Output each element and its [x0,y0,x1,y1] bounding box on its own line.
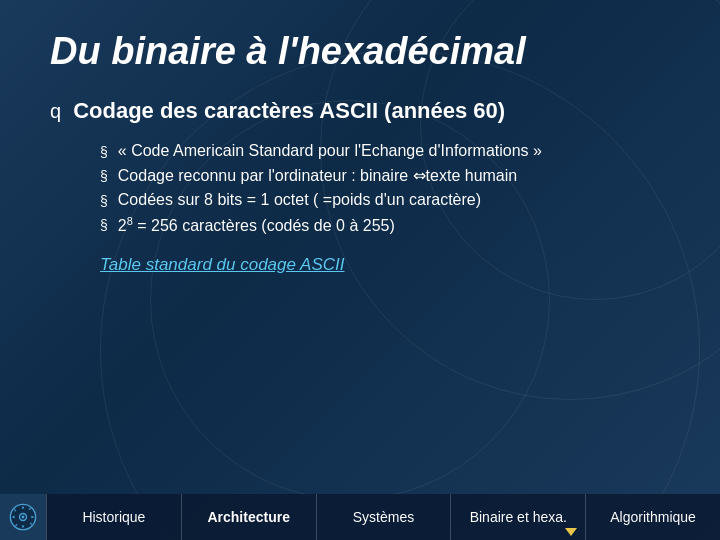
nav-item-algorithmique[interactable]: Algorithmique [585,494,720,540]
ascii-table-link[interactable]: Table standard du codage ASCII [100,255,670,275]
list-item: Codées sur 8 bits = 1 octet ( =poids d'u… [100,191,670,209]
list-item-text: « Code Americain Standard pour l'Echange… [118,142,542,160]
nav-item-systemes[interactable]: Systèmes [316,494,451,540]
nav-item-historique[interactable]: Historique [46,494,181,540]
slide-title: Du binaire à l'hexadécimal [50,30,670,73]
list-item: 28 = 256 caractères (codés de 0 à 255) [100,215,670,235]
nav-gear-icon [0,494,46,540]
nav-item-label: Algorithmique [610,509,696,525]
chevron-down-icon [565,528,577,536]
bullet-q-icon: q [50,100,61,123]
section-title: Codage des caractères ASCII (années 60) [73,98,505,124]
nav-bar: Historique Architecture Systèmes Binaire… [0,494,720,540]
nav-item-label: Systèmes [353,509,414,525]
slide-content: Du binaire à l'hexadécimal q Codage des … [0,0,720,285]
list-item-text: 28 = 256 caractères (codés de 0 à 255) [118,215,395,235]
bullet-list: « Code Americain Standard pour l'Echange… [100,142,670,235]
nav-item-binaire[interactable]: Binaire et hexa. [450,494,585,540]
nav-item-label: Historique [82,509,145,525]
list-item: Codage reconnu par l'ordinateur : binair… [100,166,670,185]
nav-item-label: Architecture [207,509,289,525]
section-heading: q Codage des caractères ASCII (années 60… [50,98,670,124]
list-item-text: Codage reconnu par l'ordinateur : binair… [118,166,517,185]
list-item-text: Codées sur 8 bits = 1 octet ( =poids d'u… [118,191,481,209]
svg-point-3 [22,516,25,519]
slide: Du binaire à l'hexadécimal q Codage des … [0,0,720,540]
nav-item-label: Binaire et hexa. [470,509,567,525]
list-item: « Code Americain Standard pour l'Echange… [100,142,670,160]
nav-item-architecture[interactable]: Architecture [181,494,316,540]
